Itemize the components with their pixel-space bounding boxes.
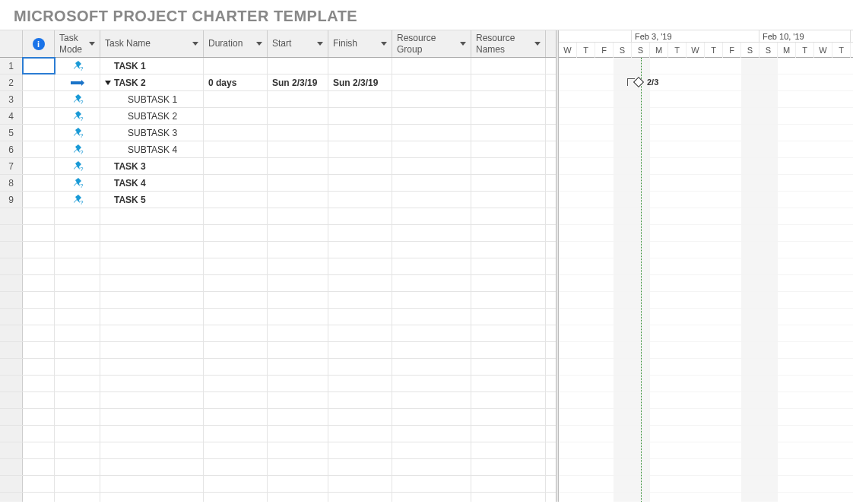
resource-group-cell[interactable] [392,125,471,141]
empty-cell[interactable] [55,476,100,492]
timeline-row[interactable] [559,208,853,225]
resource-names-cell[interactable] [471,141,546,157]
empty-cell[interactable] [392,442,471,458]
empty-cell[interactable] [268,392,328,408]
start-cell[interactable] [268,141,328,157]
empty-cell[interactable] [55,459,100,475]
empty-cell[interactable] [471,342,546,358]
finish-cell[interactable]: Sun 2/3/19 [328,74,392,90]
table-row-empty[interactable] [0,275,556,292]
resource-names-cell[interactable] [471,91,546,107]
empty-cell[interactable] [392,392,471,408]
timeline-row[interactable] [559,225,853,242]
table-row[interactable]: 8?TASK 4 [0,175,556,192]
task-name-cell[interactable]: SUBTASK 3 [100,125,204,141]
timeline-row[interactable] [559,376,853,392]
manual-schedule-icon[interactable]: ? [55,175,100,191]
start-cell[interactable] [268,175,328,191]
table-row[interactable]: 3?SUBTASK 1 [0,91,556,108]
empty-cell[interactable] [0,208,23,224]
row-number[interactable]: 6 [0,141,23,157]
empty-cell[interactable] [100,242,204,258]
empty-cell[interactable] [0,493,23,502]
empty-cell[interactable] [23,258,55,274]
empty-cell[interactable] [100,342,204,358]
empty-cell[interactable] [23,476,55,492]
empty-cell[interactable] [392,292,471,308]
empty-cell[interactable] [23,292,55,308]
empty-cell[interactable] [328,426,392,442]
timeline-row[interactable] [559,325,853,342]
empty-cell[interactable] [471,359,546,375]
manual-schedule-icon[interactable]: ? [55,141,100,157]
timeline-row[interactable] [559,91,853,108]
empty-cell[interactable] [392,309,471,325]
empty-cell[interactable] [268,476,328,492]
empty-cell[interactable] [55,242,100,258]
empty-cell[interactable] [100,376,204,391]
empty-cell[interactable] [268,309,328,325]
empty-cell[interactable] [55,309,100,325]
empty-cell[interactable] [23,459,55,475]
empty-cell[interactable] [204,476,268,492]
empty-cell[interactable] [471,442,546,458]
empty-cell[interactable] [471,292,546,308]
empty-cell[interactable] [23,208,55,224]
duration-cell[interactable] [204,91,268,107]
empty-cell[interactable] [471,242,546,258]
info-cell[interactable] [23,74,55,90]
manual-schedule-icon[interactable]: ? [55,108,100,124]
empty-cell[interactable] [328,208,392,224]
empty-cell[interactable] [204,359,268,375]
info-cell[interactable] [23,158,55,174]
timeline-row[interactable] [559,192,853,208]
resource-group-cell[interactable] [392,108,471,124]
resource-names-cell[interactable] [471,125,546,141]
timeline-row[interactable] [559,175,853,192]
empty-cell[interactable] [204,376,268,391]
empty-cell[interactable] [204,493,268,502]
timeline-row[interactable] [559,275,853,292]
start-cell[interactable] [268,192,328,208]
row-number[interactable]: 9 [0,192,23,208]
empty-cell[interactable] [328,359,392,375]
empty-cell[interactable] [23,442,55,458]
collapse-icon[interactable] [105,81,111,85]
empty-cell[interactable] [100,476,204,492]
empty-cell[interactable] [204,409,268,425]
empty-cell[interactable] [268,426,328,442]
empty-cell[interactable] [0,359,23,375]
empty-cell[interactable] [23,325,55,341]
resource-group-cell[interactable] [392,58,471,74]
timeline-row[interactable] [559,141,853,158]
empty-cell[interactable] [328,409,392,425]
chevron-down-icon[interactable] [89,42,95,46]
finish-cell[interactable] [328,141,392,157]
empty-cell[interactable] [328,309,392,325]
empty-cell[interactable] [471,493,546,502]
finish-cell[interactable] [328,192,392,208]
info-cell[interactable] [23,125,55,141]
duration-cell[interactable] [204,108,268,124]
table-row-empty[interactable] [0,442,556,459]
chevron-down-icon[interactable] [192,42,198,46]
empty-cell[interactable] [392,459,471,475]
finish-cell[interactable] [328,91,392,107]
table-row-empty[interactable] [0,242,556,258]
empty-cell[interactable] [0,442,23,458]
timeline-row[interactable] [559,292,853,309]
empty-cell[interactable] [392,426,471,442]
task-name-cell[interactable]: TASK 4 [100,175,204,191]
chevron-down-icon[interactable] [381,42,387,46]
timeline-row[interactable] [559,442,853,459]
empty-cell[interactable] [23,409,55,425]
empty-cell[interactable] [0,258,23,274]
finish-cell[interactable] [328,175,392,191]
empty-cell[interactable] [392,359,471,375]
table-row-empty[interactable] [0,493,556,502]
resource-names-cell[interactable] [471,58,546,74]
empty-cell[interactable] [204,426,268,442]
row-number[interactable]: 2 [0,74,23,90]
empty-cell[interactable] [328,258,392,274]
empty-cell[interactable] [0,392,23,408]
